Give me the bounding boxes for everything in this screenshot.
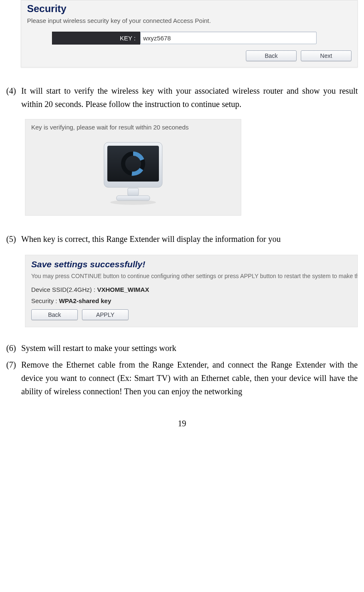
step-5-text: When key is correct, this Range Extender…: [21, 232, 358, 246]
security-panel: Security Please input wireless security …: [21, 0, 358, 67]
next-button[interactable]: Next: [301, 50, 352, 61]
step-7: (7) Remove the Ethernet cable from the R…: [6, 358, 358, 398]
security-line: Security : WPA2-shared key: [31, 297, 352, 304]
svg-rect-1: [107, 146, 159, 182]
step-4: (4) It will start to verify the wireless…: [6, 84, 358, 111]
monitor-icon: [98, 139, 168, 208]
step-7-text: Remove the Ethernet cable from the Range…: [21, 358, 358, 398]
step-5-num: (5): [6, 232, 21, 246]
save-subtitle: You may press CONTINUE button to continu…: [31, 273, 352, 279]
ssid-label: Device SSID(2.4GHz) :: [31, 286, 97, 293]
verify-title: Key is verifying, please wait for result…: [31, 124, 235, 131]
save-title: Save settings successfully!: [31, 259, 352, 269]
save-back-button[interactable]: Back: [31, 309, 78, 320]
step-6-text: System will restart to make your setting…: [21, 341, 358, 355]
security-subtitle: Please input wireless security key of yo…: [27, 17, 352, 24]
security-label: Security :: [31, 297, 59, 304]
monitor-graphic: [31, 136, 235, 208]
page-number: 19: [6, 419, 358, 428]
step-4-text: It will start to verify the wireless key…: [21, 84, 358, 111]
key-row: KEY :: [52, 32, 352, 45]
step-6: (6) System will restart to make your set…: [6, 341, 358, 355]
step-6-num: (6): [6, 341, 21, 355]
save-button-row: Back APPLY: [31, 309, 352, 320]
svg-rect-3: [128, 188, 139, 196]
ssid-line: Device SSID(2.4GHz) : VXHOME_WIMAX: [31, 286, 352, 293]
verify-panel: Key is verifying, please wait for result…: [25, 119, 241, 216]
apply-button[interactable]: APPLY: [82, 309, 129, 320]
security-value: WPA2-shared key: [59, 297, 111, 304]
save-panel: Save settings successfully! You may pres…: [25, 255, 358, 327]
security-button-row: Back Next: [27, 50, 352, 61]
ssid-value: VXHOME_WIMAX: [97, 286, 149, 293]
security-title: Security: [27, 3, 352, 15]
key-input[interactable]: [140, 32, 317, 44]
step-5: (5) When key is correct, this Range Exte…: [6, 232, 358, 246]
key-label: KEY :: [52, 32, 140, 45]
step-7-num: (7): [6, 358, 21, 371]
back-button[interactable]: Back: [246, 50, 297, 61]
svg-point-5: [110, 200, 156, 205]
step-4-num: (4): [6, 84, 21, 97]
